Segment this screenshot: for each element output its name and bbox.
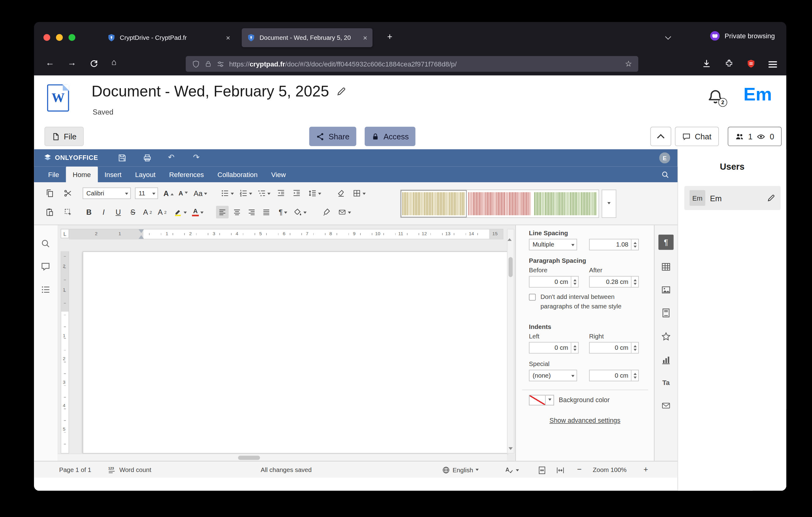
spinner-arrows[interactable]: [631, 239, 638, 250]
scroll-up-arrow[interactable]: [508, 227, 512, 241]
app-menu-hamburger-icon[interactable]: [768, 60, 777, 69]
line-spacing-icon[interactable]: [307, 187, 322, 199]
fit-width-icon[interactable]: [556, 466, 564, 474]
paragraph-style-preview-2[interactable]: [467, 190, 532, 217]
horizontal-scroll-thumb[interactable]: [238, 456, 260, 460]
menu-collaboration[interactable]: Collaboration: [211, 167, 264, 182]
indent-left-spinner[interactable]: 0 cm: [529, 342, 579, 354]
paragraph-settings-tab[interactable]: ¶: [659, 235, 674, 250]
user-list-item[interactable]: Em Em: [685, 186, 781, 210]
justify-button[interactable]: [260, 206, 272, 218]
collapse-toolbar-button[interactable]: [650, 127, 671, 146]
close-tab-icon[interactable]: ×: [222, 33, 230, 42]
font-color-icon[interactable]: A: [191, 206, 204, 218]
text-art-settings-tab[interactable]: Ta: [662, 379, 670, 386]
align-left-button[interactable]: [216, 206, 229, 218]
extensions-puzzle-icon[interactable]: [725, 59, 733, 68]
minimize-window-button[interactable]: [56, 34, 63, 41]
mail-merge-settings-tab[interactable]: [661, 401, 671, 410]
spinner-arrows[interactable]: [631, 277, 638, 287]
print-icon[interactable]: [143, 154, 152, 162]
language-selector[interactable]: English: [442, 466, 479, 474]
notifications-bell-icon[interactable]: 2: [707, 88, 724, 105]
decrease-font-size-icon[interactable]: A: [177, 187, 190, 199]
align-center-button[interactable]: [231, 206, 243, 218]
save-icon[interactable]: [118, 154, 127, 162]
file-button[interactable]: File: [45, 127, 84, 146]
menu-references[interactable]: References: [162, 167, 210, 182]
new-tab-button[interactable]: +: [383, 31, 396, 44]
home-button[interactable]: ⌂: [111, 58, 117, 67]
chat-button[interactable]: Chat: [675, 127, 719, 146]
page-indicator[interactable]: Page 1 of 1: [59, 466, 91, 473]
document-page[interactable]: [83, 251, 508, 454]
zoom-out-button[interactable]: −: [577, 465, 582, 473]
comments-icon[interactable]: [41, 262, 50, 271]
borders-icon[interactable]: [351, 187, 367, 199]
permissions-icon[interactable]: [216, 60, 225, 68]
vertical-scrollbar[interactable]: [507, 229, 514, 454]
back-button[interactable]: ←: [46, 58, 55, 68]
word-count-label[interactable]: Word count: [119, 466, 151, 473]
adblocker-icon[interactable]: [747, 59, 755, 68]
spinner-arrows[interactable]: [631, 343, 638, 353]
copy-style-brush-icon[interactable]: [320, 206, 333, 218]
spacing-before-spinner[interactable]: 0 cm: [529, 276, 579, 288]
menu-file[interactable]: File: [41, 167, 66, 182]
indent-right-spinner[interactable]: 0 cm: [589, 342, 639, 354]
numbered-list-icon[interactable]: [238, 187, 253, 199]
tracking-protection-shield-icon[interactable]: [192, 60, 200, 68]
menu-insert[interactable]: Insert: [97, 167, 128, 182]
advanced-settings-link[interactable]: Show advanced settings: [516, 417, 654, 424]
navigation-headings-icon[interactable]: [41, 285, 50, 294]
spinner-arrows[interactable]: [571, 343, 578, 353]
subscript-button[interactable]: A2: [156, 206, 169, 218]
strikethrough-button[interactable]: S: [127, 206, 139, 218]
scroll-down-arrow[interactable]: [509, 447, 513, 452]
editor-search-icon[interactable]: [661, 171, 669, 179]
find-icon[interactable]: [41, 239, 50, 248]
fit-page-icon[interactable]: [538, 466, 546, 474]
tab-cryptdrive[interactable]: CryptDrive - CryptPad.fr ×: [102, 28, 235, 47]
vertical-ruler[interactable]: 2 1 1 2 3 4 5: [61, 251, 69, 454]
participants-button[interactable]: 1 0: [728, 127, 782, 146]
table-settings-tab[interactable]: [661, 262, 671, 272]
left-indent-marker[interactable]: [139, 235, 144, 239]
word-count-icon[interactable]: 123: [107, 466, 116, 474]
spinner-arrows[interactable]: [631, 370, 638, 381]
access-button[interactable]: Access: [365, 127, 415, 146]
paragraph-style-preview-3[interactable]: [533, 190, 599, 217]
mail-merge-icon[interactable]: [337, 206, 352, 218]
redo-icon[interactable]: ↷: [193, 153, 200, 162]
menu-home[interactable]: Home: [66, 167, 97, 182]
rename-pencil-icon[interactable]: [337, 86, 346, 96]
line-spacing-amount-spinner[interactable]: 1.08: [589, 239, 639, 250]
maximize-window-button[interactable]: [68, 34, 75, 41]
user-avatar[interactable]: Em: [744, 84, 772, 105]
increase-indent-icon[interactable]: [290, 187, 303, 199]
horizontal-scrollbar[interactable]: [58, 454, 507, 461]
spinner-arrows[interactable]: [571, 277, 578, 287]
share-button[interactable]: Share: [309, 127, 356, 146]
font-size-select[interactable]: 11: [135, 187, 158, 199]
increase-font-size-icon[interactable]: A: [162, 187, 175, 199]
decrease-indent-icon[interactable]: [275, 187, 287, 199]
background-color-dropdown[interactable]: [546, 395, 554, 405]
image-settings-tab[interactable]: [661, 285, 671, 295]
multilevel-list-icon[interactable]: [256, 187, 272, 199]
spell-check-icon[interactable]: [505, 466, 519, 474]
forward-button[interactable]: →: [68, 58, 77, 68]
select-all-icon[interactable]: [62, 206, 74, 218]
cut-scissors-icon[interactable]: [62, 187, 74, 199]
styles-gallery-expand-button[interactable]: [602, 190, 616, 218]
zoom-level[interactable]: Zoom 100%: [592, 466, 627, 473]
undo-icon[interactable]: ↶: [168, 153, 175, 162]
spacing-after-spinner[interactable]: 0.28 cm: [589, 276, 639, 288]
reload-button[interactable]: [89, 59, 98, 68]
superscript-button[interactable]: A2: [141, 206, 154, 218]
zoom-in-button[interactable]: +: [643, 465, 648, 473]
bold-button[interactable]: B: [83, 206, 95, 218]
close-tab-icon[interactable]: ×: [359, 33, 368, 42]
shape-settings-tab[interactable]: [661, 331, 671, 341]
list-tabs-chevron-icon[interactable]: [666, 35, 670, 39]
